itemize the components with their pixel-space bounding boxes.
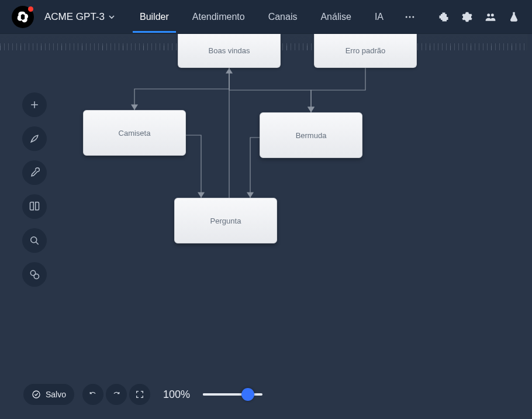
tab-ia[interactable]: IA bbox=[374, 12, 385, 22]
tab-canais[interactable]: Canais bbox=[267, 12, 299, 22]
nav-tabs: Builder Atendimento Canais Análise IA bbox=[139, 11, 416, 23]
svg-marker-5 bbox=[308, 107, 315, 112]
save-status-label: Salvo bbox=[46, 390, 66, 399]
node-label: Boas vindas bbox=[209, 46, 250, 55]
notification-badge bbox=[28, 6, 33, 12]
top-nav: ACME GPT-3 Builder Atendimento Canais An… bbox=[0, 0, 532, 34]
svg-point-0 bbox=[406, 16, 407, 18]
zoom-slider[interactable] bbox=[203, 393, 262, 396]
node-bermuda[interactable]: Bermuda bbox=[260, 112, 362, 158]
svg-marker-3 bbox=[131, 104, 138, 110]
bot-switcher[interactable]: ACME GPT-3 bbox=[12, 6, 115, 28]
svg-point-2 bbox=[412, 16, 414, 18]
svg-point-1 bbox=[409, 16, 411, 18]
side-toolbar bbox=[22, 92, 47, 287]
team-icon[interactable] bbox=[484, 11, 497, 23]
lab-icon[interactable] bbox=[507, 11, 520, 23]
node-erro-padrao[interactable]: Erro padrão bbox=[314, 34, 417, 68]
zoom-level: 100% bbox=[163, 389, 190, 401]
undo-button[interactable] bbox=[82, 384, 103, 405]
docs-button[interactable] bbox=[22, 194, 47, 219]
node-camiseta[interactable]: Camiseta bbox=[83, 110, 186, 156]
save-status[interactable]: Salvo bbox=[23, 384, 74, 405]
openai-icon bbox=[16, 11, 29, 23]
settings-icon[interactable] bbox=[461, 11, 474, 23]
svg-marker-7 bbox=[247, 192, 254, 198]
node-label: Erro padrão bbox=[346, 46, 386, 55]
node-label: Pergunta bbox=[210, 217, 241, 225]
publish-button[interactable] bbox=[22, 126, 47, 151]
svg-point-9 bbox=[31, 237, 37, 243]
svg-point-11 bbox=[34, 274, 39, 279]
chevron-down-icon bbox=[108, 13, 115, 20]
more-icon[interactable] bbox=[403, 11, 416, 23]
bot-logo bbox=[12, 6, 34, 28]
node-pergunta[interactable]: Pergunta bbox=[174, 198, 277, 243]
search-button[interactable] bbox=[22, 228, 47, 253]
check-circle-icon bbox=[32, 390, 41, 399]
variables-button[interactable] bbox=[22, 262, 47, 287]
tab-analise[interactable]: Análise bbox=[319, 12, 352, 22]
redo-button[interactable] bbox=[106, 384, 127, 405]
node-label: Bermuda bbox=[296, 131, 327, 140]
svg-marker-8 bbox=[226, 68, 233, 74]
add-node-button[interactable] bbox=[22, 92, 47, 117]
configure-button[interactable] bbox=[22, 160, 47, 185]
svg-marker-6 bbox=[198, 192, 205, 198]
tab-builder[interactable]: Builder bbox=[139, 12, 170, 22]
zoom-slider-thumb[interactable] bbox=[241, 388, 254, 401]
extensions-icon[interactable] bbox=[437, 11, 450, 23]
bottom-toolbar: Salvo 100% bbox=[23, 384, 262, 405]
svg-point-12 bbox=[33, 391, 40, 398]
node-label: Camiseta bbox=[119, 129, 151, 138]
node-boas-vindas[interactable]: Boas vindas bbox=[178, 34, 281, 68]
tab-atendimento[interactable]: Atendimento bbox=[191, 12, 246, 22]
fit-view-button[interactable] bbox=[129, 384, 150, 405]
bot-name: ACME GPT-3 bbox=[44, 11, 105, 23]
flow-canvas[interactable]: Boas vindas Erro padrão Camiseta Bermuda… bbox=[0, 34, 532, 419]
